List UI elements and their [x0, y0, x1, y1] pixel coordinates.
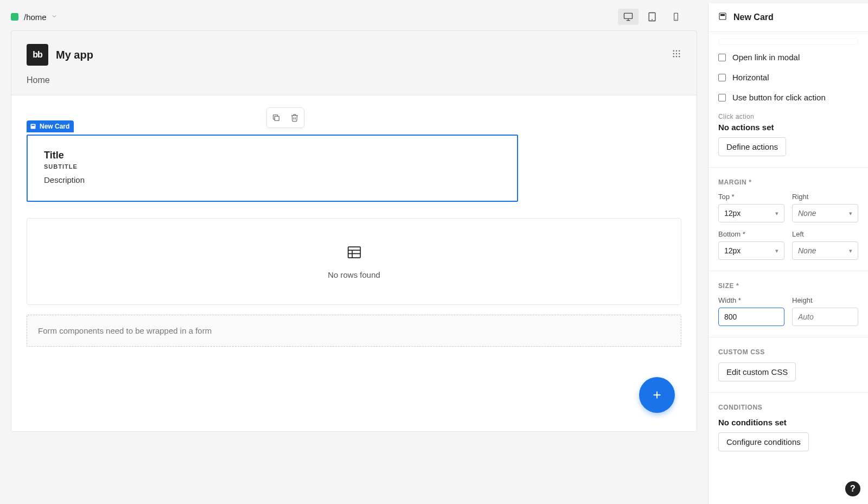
selected-component-tag: New Card [27, 120, 74, 132]
svg-point-7 [673, 50, 674, 52]
margin-left-value: None [798, 246, 816, 255]
app-logo: bb [27, 44, 48, 66]
svg-rect-19 [348, 247, 360, 258]
svg-point-8 [676, 50, 677, 52]
custom-css-group-title: CUSTOM CSS [718, 348, 858, 356]
add-component-fab[interactable] [639, 377, 675, 413]
chevron-down-icon: ▾ [775, 210, 778, 217]
app-title: My app [56, 49, 93, 61]
click-action-status: No actions set [718, 123, 858, 132]
component-toolbar [266, 107, 304, 128]
configure-conditions-button[interactable]: Configure conditions [718, 432, 809, 451]
form-warning-text: Form components need to be wrapped in a … [38, 326, 212, 335]
define-actions-button[interactable]: Define actions [718, 137, 786, 156]
breadcrumb-path[interactable]: /home [24, 12, 47, 22]
device-toggle-group [618, 9, 697, 25]
svg-rect-25 [719, 13, 726, 20]
size-group-title: SIZE * [718, 282, 858, 290]
margin-bottom-select[interactable]: 12px ▾ [718, 241, 784, 260]
svg-rect-18 [31, 125, 35, 126]
app-body: New Card Title SUBTITLE Description No r… [11, 95, 697, 431]
partial-control-above [718, 39, 858, 45]
device-desktop-button[interactable] [618, 9, 639, 25]
delete-button[interactable] [285, 108, 304, 127]
margin-left-select[interactable]: None ▾ [792, 241, 858, 260]
table-empty-state[interactable]: No rows found [27, 218, 681, 305]
app-color-chip [11, 13, 18, 21]
chevron-down-icon: ▾ [849, 247, 852, 254]
checkbox-horizontal[interactable]: Horizontal [718, 67, 858, 87]
inspector-title: New Card [733, 12, 774, 22]
chevron-down-icon: ▾ [775, 247, 778, 254]
margin-bottom-value: 12px [724, 246, 741, 255]
device-tablet-button[interactable] [642, 9, 662, 25]
svg-point-10 [673, 53, 674, 54]
canvas-area: /home bb My app [0, 3, 708, 504]
chevron-down-icon[interactable] [51, 12, 58, 22]
margin-top-value: 12px [724, 209, 741, 218]
conditions-group-title: CONDITIONS [718, 404, 858, 411]
chevron-down-icon: ▾ [849, 210, 852, 217]
table-icon [345, 244, 363, 263]
card-subtitle: SUBTITLE [44, 163, 501, 170]
svg-rect-26 [720, 14, 725, 16]
inspector-panel: New Card Open link in modal Horizontal U… [708, 3, 868, 504]
svg-point-11 [676, 53, 677, 54]
svg-point-9 [679, 50, 680, 52]
checkbox-label: Use button for click action [732, 93, 826, 102]
svg-point-13 [673, 56, 674, 57]
app-menu-dots-icon[interactable] [672, 49, 681, 61]
checkbox-icon [718, 54, 726, 61]
checkbox-open-link-in-modal[interactable]: Open link in modal [718, 47, 858, 67]
margin-right-select[interactable]: None ▾ [792, 204, 858, 222]
app-preview-window: bb My app Home [11, 30, 697, 432]
height-input[interactable] [792, 308, 858, 326]
margin-bottom-label: Bottom * [718, 230, 784, 238]
duplicate-button[interactable] [267, 108, 285, 127]
svg-rect-0 [624, 13, 633, 18]
form-warning[interactable]: Form components need to be wrapped in a … [27, 315, 681, 347]
svg-point-12 [679, 53, 680, 54]
card-title: Title [44, 150, 501, 161]
margin-group-title: MARGIN * [718, 178, 858, 186]
width-input[interactable] [718, 308, 784, 326]
margin-right-value: None [798, 209, 816, 218]
margin-top-label: Top * [718, 193, 784, 201]
svg-point-15 [679, 56, 680, 57]
card-component[interactable]: New Card Title SUBTITLE Description [27, 135, 518, 202]
height-label: Height [792, 296, 858, 304]
selected-component-tag-label: New Card [40, 123, 69, 130]
width-label: Width * [718, 296, 784, 304]
breadcrumb: /home [0, 3, 708, 30]
card-icon [718, 12, 727, 23]
margin-right-label: Right [792, 193, 858, 201]
inspector-header: New Card [709, 3, 868, 32]
checkbox-use-button-click-action[interactable]: Use button for click action [718, 87, 858, 107]
svg-rect-16 [275, 116, 279, 120]
edit-custom-css-button[interactable]: Edit custom CSS [718, 362, 796, 381]
margin-left-label: Left [792, 230, 858, 238]
margin-top-select[interactable]: 12px ▾ [718, 204, 784, 222]
click-action-label: Click action [718, 113, 858, 120]
checkbox-label: Horizontal [732, 73, 769, 82]
svg-point-14 [676, 56, 677, 57]
checkbox-icon [718, 74, 726, 81]
card-description: Description [44, 175, 501, 184]
help-button[interactable]: ? [845, 481, 860, 496]
nav-item-home[interactable]: Home [27, 75, 50, 85]
conditions-status: No conditions set [718, 418, 858, 427]
checkbox-icon [718, 94, 726, 101]
checkbox-label: Open link in modal [732, 53, 800, 62]
device-mobile-button[interactable] [666, 9, 686, 25]
table-empty-text: No rows found [328, 270, 380, 279]
